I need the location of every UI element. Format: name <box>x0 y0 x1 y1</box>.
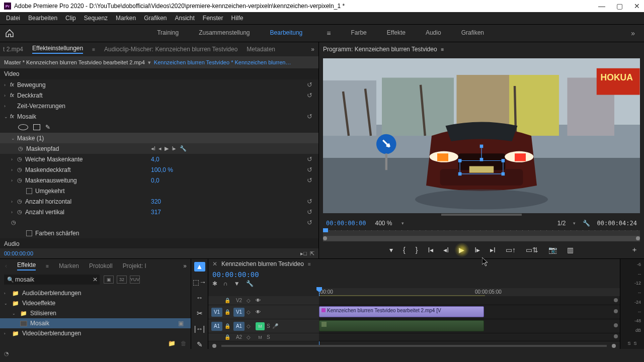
effects-search-input[interactable] <box>4 275 100 285</box>
panel-menu-icon[interactable]: ≡ <box>308 261 311 267</box>
home-button[interactable] <box>4 28 15 39</box>
fx-opacity[interactable]: Deckkraft <box>17 92 43 99</box>
program-time-ruler[interactable] <box>323 230 640 241</box>
32bit-badge-icon[interactable]: 32 <box>117 276 127 284</box>
reset-icon[interactable]: ↺ <box>307 219 312 226</box>
mosaic-hcount-value[interactable]: 320 <box>151 198 161 205</box>
workspace-effects[interactable]: Effekte <box>387 29 406 37</box>
tab-history[interactable]: Protokoll <box>89 262 113 269</box>
step-forward-button[interactable]: I▸ <box>474 246 480 254</box>
solo-right-button[interactable]: S <box>634 341 637 346</box>
go-to-in-button[interactable]: I◂ <box>428 246 433 254</box>
linked-selection-icon[interactable]: ∩ <box>223 280 228 287</box>
fx-mosaic[interactable]: Mosaik <box>17 113 36 120</box>
workspace-editing[interactable]: Bearbeitung <box>270 29 303 37</box>
voiceover-record-icon[interactable]: 🎤 <box>272 323 278 329</box>
mask-opacity-value[interactable]: 100,0 % <box>151 166 173 173</box>
clear-search-button[interactable]: ✕ <box>93 276 98 283</box>
panel-menu-icon[interactable]: ≡ <box>46 263 49 269</box>
timeline-settings-icon[interactable]: 🔧 <box>246 280 254 287</box>
breadcrumb-sequence[interactable]: Kennzeichen blurren Testvideo * Kennzeic… <box>154 59 291 65</box>
workspace-training[interactable]: Training <box>157 29 179 37</box>
track-target-v1[interactable]: V1 <box>233 308 245 317</box>
menu-graphics[interactable]: Grafiken <box>140 13 171 24</box>
toggle-track-output[interactable]: 👁 <box>256 298 261 303</box>
minimize-button[interactable]: — <box>598 2 605 10</box>
snap-icon[interactable]: ✱ <box>212 280 217 287</box>
zoom-handle-right[interactable] <box>612 344 616 348</box>
timeline-clips-area[interactable]: Kennzeichen blurren Testvideo bearbeitet… <box>319 296 620 341</box>
workspace-menu-icon[interactable]: ≡ <box>327 29 331 37</box>
zoom-dropdown-icon[interactable]: ▾ <box>401 221 404 226</box>
workspace-graphics[interactable]: Grafiken <box>461 29 484 37</box>
tab-source-clip[interactable]: t 2.mp4 <box>3 46 23 53</box>
tab-metadata[interactable]: Metadaten <box>247 46 275 53</box>
menu-markers[interactable]: Marken <box>112 13 140 24</box>
tab-markers[interactable]: Marken <box>59 262 79 269</box>
program-playhead[interactable] <box>323 228 328 232</box>
folder-video-transitions[interactable]: Videoüberblendungen <box>22 330 81 337</box>
mask-title[interactable]: Maske (1) <box>17 135 44 142</box>
maximize-button[interactable]: ▢ <box>616 2 623 10</box>
workspace-overflow-icon[interactable]: » <box>626 29 640 37</box>
solo-left-button[interactable]: S <box>627 341 630 346</box>
mask-ellipse-tool[interactable] <box>18 124 28 130</box>
lock-track-icon[interactable]: 🔒 <box>224 309 231 315</box>
menu-help[interactable]: Hilfe <box>227 13 248 24</box>
program-scale-value[interactable]: 1/2 <box>557 220 566 227</box>
source-patch-a1[interactable]: A1 <box>211 322 222 331</box>
mask-expansion-value[interactable]: 0,0 <box>151 177 159 184</box>
panel-menu-icon[interactable]: ≡ <box>441 47 444 52</box>
menu-file[interactable]: Datei <box>2 13 24 24</box>
reset-icon[interactable]: ↺ <box>307 81 312 88</box>
tab-effects[interactable]: Effekte <box>17 261 36 270</box>
track-target-v2[interactable]: V2 <box>233 296 245 305</box>
reset-icon[interactable]: ↺ <box>307 176 312 184</box>
solo-track-button[interactable]: S <box>267 323 270 329</box>
workspace-assembly[interactable]: Zusammenstellung <box>199 29 250 37</box>
workspace-color[interactable]: Farbe <box>351 29 366 37</box>
folder-audio-transitions[interactable]: Audioüberblendungen <box>22 290 81 297</box>
mute-track-button[interactable]: M <box>256 322 265 330</box>
yuv-badge-icon[interactable]: YUV <box>130 276 140 284</box>
timeline-ruler[interactable]: :00:00 00:00:05:00 <box>319 288 620 296</box>
program-monitor-viewport[interactable]: HOKUA <box>323 58 640 213</box>
reset-icon[interactable]: ↺ <box>307 155 312 163</box>
add-marker-icon[interactable]: ▼ <box>234 280 240 287</box>
reset-icon[interactable]: ↺ <box>307 208 312 216</box>
track-target-a2[interactable]: A2 <box>233 333 245 342</box>
tab-hidden-left[interactable]: ‹ <box>5 262 7 269</box>
program-current-timecode[interactable]: 00:00:00:00 <box>326 220 366 227</box>
lift-button[interactable]: ▭↑ <box>506 246 516 254</box>
comparison-view-button[interactable]: ▥ <box>567 246 574 254</box>
selection-tool[interactable]: ▲ <box>194 262 205 272</box>
mask-track-controls[interactable]: ◂I ◂ ▶ I▸ 🔧 <box>151 145 187 152</box>
reset-icon[interactable]: ↺ <box>307 113 312 120</box>
toggle-track-output[interactable]: 👁 <box>256 309 261 315</box>
menu-edit[interactable]: Bearbeiten <box>24 13 61 24</box>
mask-feather-value[interactable]: 4,0 <box>151 156 159 163</box>
reset-icon[interactable]: ↺ <box>307 166 312 173</box>
audio-clip[interactable] <box>319 320 484 331</box>
program-zoom-value[interactable]: 400 % <box>375 220 392 227</box>
mark-out-button[interactable]: } <box>416 246 418 254</box>
source-patch-v1[interactable]: V1 <box>211 308 222 317</box>
track-select-tool[interactable]: ⬚→ <box>194 278 205 287</box>
menu-view[interactable]: Ansicht <box>171 13 198 24</box>
effect-mosaik[interactable]: Mosaik <box>30 320 49 327</box>
scale-dropdown-icon[interactable]: ▾ <box>573 221 576 226</box>
menu-clip[interactable]: Clip <box>61 13 80 24</box>
button-editor-add[interactable]: ＋ <box>631 245 638 254</box>
mark-in-button[interactable]: { <box>403 246 406 254</box>
breadcrumb-caret-icon[interactable]: ▾ <box>148 59 151 66</box>
tabs-overflow-icon[interactable]: » <box>311 46 314 53</box>
tab-audio-clip-mixer[interactable]: Audioclip-Mischer: Kennzeichen blurren T… <box>104 46 237 53</box>
folder-video-effects[interactable]: Videoeffekte <box>22 300 55 307</box>
extract-button[interactable]: ▭⇅ <box>526 246 538 254</box>
razor-tool[interactable]: ✂ <box>194 308 205 318</box>
go-to-out-button[interactable]: ▸I <box>490 246 496 254</box>
ruler-scroll-left[interactable] <box>323 236 327 240</box>
mosaic-vcount-value[interactable]: 317 <box>151 209 161 216</box>
mask-rect-tool[interactable] <box>33 124 40 130</box>
slip-tool[interactable]: |↔| <box>194 324 205 333</box>
